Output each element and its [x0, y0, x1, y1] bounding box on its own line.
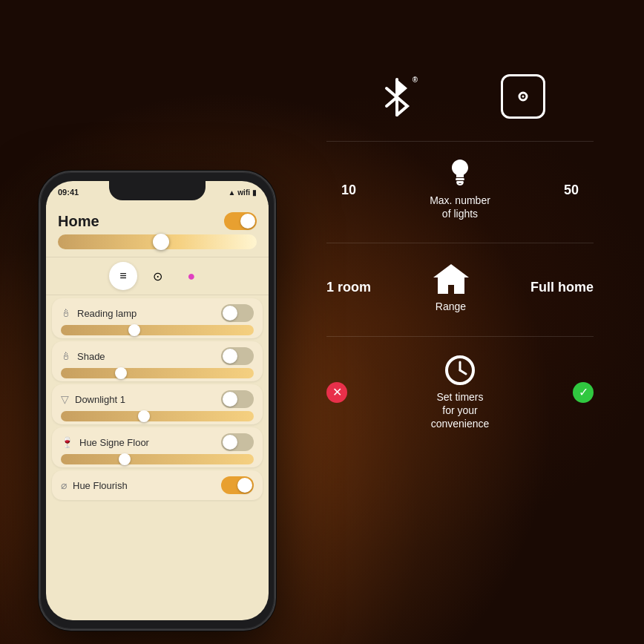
- signe-slider[interactable]: [61, 454, 254, 464]
- max-lights-center: Max. numberof lights: [401, 160, 519, 220]
- svg-line-7: [460, 370, 466, 374]
- home-brightness-slider[interactable]: [58, 234, 257, 249]
- shade-toggle[interactable]: [221, 347, 254, 365]
- bulb-icon: 🕯: [61, 350, 71, 362]
- timers-bluetooth-dot: ✕: [326, 382, 347, 403]
- tab-list[interactable]: ≡: [109, 262, 137, 290]
- lights-list: 🕯 Reading lamp 🕯: [46, 298, 269, 500]
- tab-color[interactable]: ●: [177, 262, 206, 290]
- svg-marker-4: [433, 264, 469, 294]
- light-name: Downlight 1: [75, 394, 125, 405]
- max-lights-label: Max. numberof lights: [430, 194, 490, 220]
- light-item-shade: 🕯 Shade: [52, 341, 263, 381]
- phone-body: 09:41 ▲ wifi ▮ Home: [39, 171, 276, 631]
- feature-row-max-lights: 10 Max. numberof lights 50: [312, 145, 608, 235]
- wifi-icon: wifi: [237, 188, 250, 197]
- range-center: Range: [392, 261, 510, 313]
- reading-lamp-toggle[interactable]: [221, 304, 254, 322]
- range-bridge-val: Full home: [530, 280, 594, 295]
- divider-2: [326, 243, 594, 243]
- bridge-feature: [501, 74, 545, 119]
- light-item-downlight: ▽ Downlight 1: [52, 384, 263, 424]
- tab-scenes[interactable]: ⊙: [143, 262, 171, 290]
- home-title: Home: [58, 213, 99, 230]
- house-icon: [432, 261, 470, 295]
- scenes-icon: ⊙: [153, 269, 162, 283]
- floor-lamp-icon: 🍷: [61, 436, 73, 448]
- slider-thumb: [115, 367, 127, 379]
- status-time: 09:41: [58, 188, 79, 197]
- flourish-toggle[interactable]: [221, 476, 254, 494]
- light-name: Reading lamp: [77, 308, 137, 319]
- bluetooth-feature: ®: [375, 74, 419, 119]
- range-label: Range: [436, 300, 466, 313]
- bulb-icon: 🕯: [61, 307, 71, 319]
- tab-bar: ≡ ⊙ ●: [46, 257, 269, 295]
- divider-3: [326, 336, 594, 337]
- features-panel: ® 10 Max. numberof lights: [312, 74, 608, 453]
- downlight-toggle[interactable]: [221, 390, 254, 408]
- feature-row-range: 1 room Range Full home: [312, 246, 608, 328]
- bluetooth-icon: ®: [375, 74, 419, 119]
- svg-point-1: [522, 96, 525, 98]
- divider-1: [326, 141, 594, 142]
- signal-icon: ▲: [228, 188, 235, 197]
- ceiling-icon: ⌀: [61, 479, 67, 491]
- phone-content: Home ≡ ⊙ ●: [46, 205, 269, 620]
- light-item-flourish: ⌀ Hue Flourish: [52, 470, 263, 500]
- feature-row-timers: ✕ Set timersfor yourconvenience ✓: [312, 340, 608, 446]
- light-item-signe: 🍷 Hue Signe Floor: [52, 427, 263, 467]
- slider-thumb: [128, 324, 140, 336]
- phone-screen: 09:41 ▲ wifi ▮ Home: [46, 181, 269, 620]
- status-bar: 09:41 ▲ wifi ▮: [58, 185, 257, 199]
- range-bluetooth-val: 1 room: [326, 280, 371, 295]
- top-icons-row: ®: [312, 74, 608, 119]
- svg-rect-2: [456, 178, 464, 180]
- max-lights-bridge-val: 50: [549, 183, 594, 198]
- light-name: Hue Flourish: [73, 480, 128, 491]
- home-toggle[interactable]: [224, 212, 257, 230]
- battery-icon: ▮: [252, 188, 257, 197]
- max-lights-bluetooth-val: 10: [326, 183, 371, 198]
- reading-lamp-slider[interactable]: [61, 325, 254, 335]
- shade-slider[interactable]: [61, 368, 254, 378]
- slider-thumb: [119, 453, 131, 465]
- brightness-thumb: [153, 234, 169, 250]
- clock-icon: [444, 355, 476, 386]
- color-icon: ●: [188, 269, 196, 284]
- light-name: Shade: [77, 351, 105, 362]
- signe-toggle[interactable]: [221, 433, 254, 451]
- registered-mark: ®: [413, 76, 418, 84]
- timers-center: Set timersfor yourconvenience: [401, 355, 519, 431]
- light-item-reading-lamp: 🕯 Reading lamp: [52, 298, 263, 338]
- timers-label: Set timersfor yourconvenience: [431, 390, 490, 431]
- bridge-icon: [501, 74, 545, 119]
- home-header: Home: [46, 205, 269, 257]
- phone-mockup: 09:41 ▲ wifi ▮ Home: [39, 171, 276, 631]
- timers-bridge-dot: ✓: [573, 382, 594, 403]
- downlight-icon: ▽: [61, 393, 69, 405]
- slider-thumb: [138, 410, 150, 422]
- status-right: ▲ wifi ▮: [228, 188, 257, 197]
- light-name: Hue Signe Floor: [79, 437, 149, 448]
- bulb-icon: [450, 160, 470, 189]
- list-icon: ≡: [119, 269, 126, 283]
- downlight-slider[interactable]: [61, 411, 254, 421]
